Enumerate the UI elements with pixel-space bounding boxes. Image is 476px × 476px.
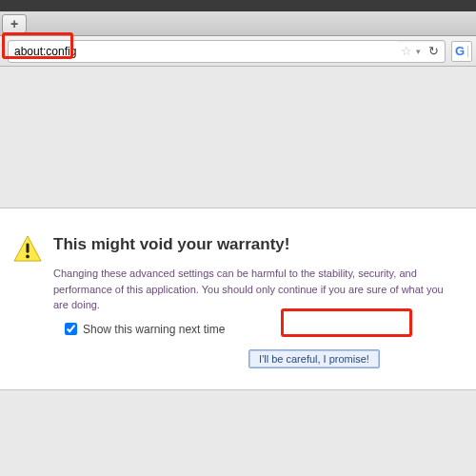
show-warning-checkbox-row[interactable]: Show this warning next time bbox=[65, 323, 461, 336]
tab-strip: + bbox=[0, 11, 476, 36]
warning-message: Changing these advanced settings can be … bbox=[53, 266, 461, 313]
accept-risk-button[interactable]: I'll be careful, I promise! bbox=[248, 349, 380, 368]
svg-point-2 bbox=[26, 255, 30, 259]
warning-triangle-icon bbox=[13, 235, 42, 262]
warning-title: This might void your warranty! bbox=[53, 235, 461, 254]
empty-region bbox=[0, 67, 476, 208]
new-tab-button[interactable]: + bbox=[2, 14, 27, 33]
divider bbox=[467, 46, 468, 57]
bookmark-star-icon[interactable]: ☆ bbox=[401, 44, 412, 58]
show-warning-checkbox[interactable] bbox=[65, 323, 77, 335]
google-g-icon: G bbox=[455, 44, 465, 58]
plus-icon: + bbox=[10, 17, 18, 30]
navigation-toolbar: ☆ ▾ ↻ G bbox=[0, 36, 476, 67]
show-warning-label: Show this warning next time bbox=[83, 323, 225, 336]
url-dropdown-icon[interactable]: ▾ bbox=[416, 47, 421, 56]
url-input[interactable] bbox=[14, 41, 397, 62]
about-config-warning-panel: This might void your warranty! Changing … bbox=[0, 208, 476, 390]
search-engine-button[interactable]: G bbox=[451, 41, 472, 62]
reload-icon[interactable]: ↻ bbox=[428, 44, 439, 58]
url-bar[interactable]: ☆ ▾ ↻ bbox=[8, 40, 446, 63]
content-area: This might void your warranty! Changing … bbox=[0, 67, 476, 390]
svg-rect-1 bbox=[27, 243, 30, 252]
window-titlebar-strip bbox=[0, 0, 476, 11]
